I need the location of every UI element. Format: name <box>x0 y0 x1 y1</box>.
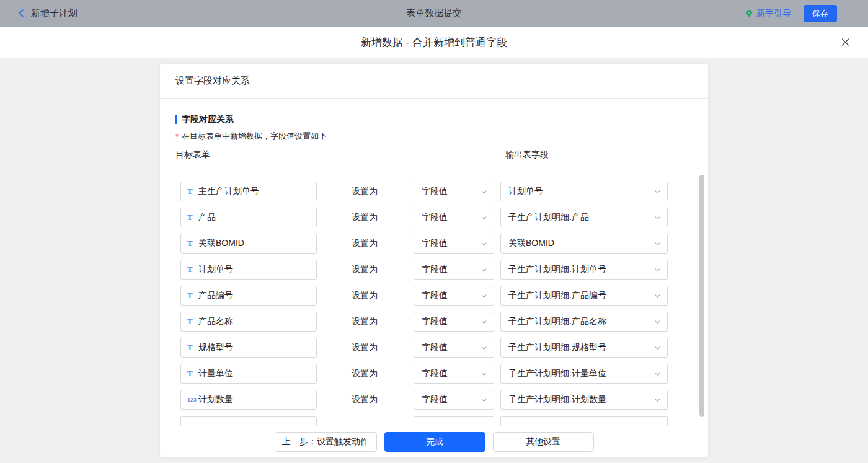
panel-body: 字段对应关系 * 在目标表单中新增数据，字段值设置如下 目标表单 输出表字段 T… <box>160 99 708 457</box>
output-field-select[interactable]: 关联BOMID <box>500 234 668 254</box>
output-field-text: 子生产计划明细.计划单号 <box>508 264 654 275</box>
chevron-down-icon <box>480 293 487 299</box>
target-field-input[interactable]: T 产品 <box>180 208 317 227</box>
target-field-name: 计划单号 <box>198 264 233 275</box>
column-headers: 目标表单 输出表字段 <box>175 149 693 165</box>
value-type-select[interactable]: 字段值 <box>414 364 494 384</box>
output-field-select[interactable]: 子生产计划明细.产品名称 <box>500 312 668 332</box>
page-title: 表单数据提交 <box>0 7 868 19</box>
target-field-input[interactable]: T 计量单位 <box>180 364 317 384</box>
output-field-select[interactable]: 子生产计划明细.计量单位 <box>500 364 668 384</box>
top-bar: 新增子计划 表单数据提交 新手引导 保存 <box>0 0 868 27</box>
topbar-actions: 新手引导 保存 <box>745 5 837 22</box>
back-button[interactable] <box>16 8 27 19</box>
chevron-down-icon <box>654 397 661 403</box>
set-as-label: 设置为 <box>352 238 378 249</box>
hint-label: 在目标表单中新增数据，字段值设置如下 <box>182 131 327 142</box>
mapping-row: T 产品 设置为 字段值 子生产计划明细.产品 <box>175 208 693 227</box>
modal-header: 新增数据 - 合并新增到普通字段 <box>0 27 868 58</box>
back-nav[interactable]: 新增子计划 <box>16 7 78 19</box>
chevron-down-icon <box>480 188 487 195</box>
set-as-label: 设置为 <box>352 212 378 223</box>
target-field-input[interactable]: T 产品名称 <box>180 312 317 332</box>
column-output-field: 输出表字段 <box>505 149 549 161</box>
value-type-text: 字段值 <box>422 212 480 223</box>
mapping-row: T 产品名称 设置为 字段值 子生产计划明细.产品名称 <box>175 312 693 332</box>
value-type-select[interactable]: 字段值 <box>414 390 494 410</box>
mapping-row: T 计量单位 设置为 字段值 子生产计划明细.计量单位 <box>175 364 693 384</box>
value-type-select[interactable]: 字段值 <box>414 286 494 306</box>
output-field-select[interactable]: 子生产计划明细.规格型号 <box>500 338 668 358</box>
chevron-down-icon <box>654 371 661 377</box>
panel-header: 设置字段对应关系 <box>160 64 708 99</box>
prev-step-button[interactable]: 上一步：设置触发动作 <box>275 432 377 452</box>
value-type-select[interactable]: 字段值 <box>414 208 494 227</box>
value-type-select[interactable]: 字段值 <box>414 260 494 280</box>
panel-header-title: 设置字段对应关系 <box>175 75 250 87</box>
chevron-down-icon <box>654 267 661 273</box>
field-type-icon: T <box>187 265 198 275</box>
target-field-name: 产品 <box>198 212 216 223</box>
target-field-input[interactable]: 123 计划数量 <box>180 390 317 410</box>
value-type-text: 字段值 <box>422 290 480 301</box>
target-field-input[interactable]: T 产品编号 <box>180 286 317 306</box>
section-marker <box>175 115 177 124</box>
chevron-down-icon <box>654 293 661 299</box>
value-type-select[interactable]: 字段值 <box>414 312 494 332</box>
field-type-icon: T <box>187 187 198 196</box>
chevron-left-icon <box>16 8 27 19</box>
set-as-label: 设置为 <box>352 264 378 275</box>
guide-link[interactable]: 新手引导 <box>745 8 791 19</box>
close-button[interactable] <box>838 35 853 50</box>
value-type-select[interactable]: 字段值 <box>414 338 494 358</box>
set-as-label: 设置为 <box>352 186 378 197</box>
done-button[interactable]: 完成 <box>384 432 485 452</box>
target-field-name: 计划数量 <box>198 394 233 405</box>
chevron-down-icon <box>654 214 661 221</box>
target-field-input[interactable]: T 关联BOMID <box>180 234 317 254</box>
mapping-row: T 关联BOMID 设置为 字段值 关联BOMID <box>175 234 693 254</box>
chevron-down-icon <box>654 188 661 195</box>
set-as-label: 设置为 <box>352 290 378 301</box>
target-field-name: 关联BOMID <box>198 238 244 249</box>
set-as-label: 设置为 <box>352 316 378 327</box>
hint-text: * 在目标表单中新增数据，字段值设置如下 <box>175 131 693 142</box>
chevron-down-icon <box>480 319 487 325</box>
chevron-down-icon <box>654 319 661 325</box>
section-title: 字段对应关系 <box>175 115 693 125</box>
mapping-row: T 产品编号 设置为 字段值 子生产计划明细.产品编号 <box>175 286 693 306</box>
screen: 新增子计划 表单数据提交 新手引导 保存 新增数据 - 合并新增到普通字段 设置… <box>0 0 868 463</box>
value-type-text: 字段值 <box>422 316 480 327</box>
target-field-name: 产品名称 <box>198 316 233 327</box>
output-field-select[interactable]: 计划单号 <box>500 182 668 201</box>
guide-label: 新手引导 <box>756 8 791 19</box>
output-field-select[interactable]: 子生产计划明细.产品编号 <box>500 286 668 306</box>
value-type-text: 字段值 <box>422 394 480 405</box>
mapping-row: T 规格型号 设置为 字段值 子生产计划明细.规格型号 <box>175 338 693 358</box>
output-field-select[interactable]: 子生产计划明细.产品 <box>500 208 668 227</box>
value-type-select[interactable]: 字段值 <box>414 234 494 254</box>
output-field-select[interactable]: 子生产计划明细.计划数量 <box>500 390 668 410</box>
section-title-text: 字段对应关系 <box>182 114 234 125</box>
scrollbar-thumb[interactable] <box>699 175 704 417</box>
value-type-select[interactable]: 字段值 <box>414 182 494 201</box>
output-field-select[interactable]: 子生产计划明细.计划单号 <box>500 260 668 280</box>
modal-title: 新增数据 - 合并新增到普通字段 <box>361 35 507 50</box>
output-field-text: 关联BOMID <box>508 238 654 249</box>
output-field-text: 子生产计划明细.规格型号 <box>508 342 654 353</box>
target-field-input[interactable]: T 主生产计划单号 <box>180 182 317 201</box>
chevron-down-icon <box>480 371 487 377</box>
output-field-text: 子生产计划明细.产品 <box>508 212 654 223</box>
target-field-input[interactable]: T 规格型号 <box>180 338 317 358</box>
save-button[interactable]: 保存 <box>804 5 837 22</box>
value-type-text: 字段值 <box>422 264 480 275</box>
target-field-input[interactable]: T 计划单号 <box>180 260 317 280</box>
mapping-row: T 计划单号 设置为 字段值 子生产计划明细.计划单号 <box>175 260 693 280</box>
column-target-form: 目标表单 <box>175 149 210 161</box>
set-as-label: 设置为 <box>352 394 378 405</box>
chevron-down-icon <box>480 214 487 221</box>
field-type-icon: T <box>187 369 198 379</box>
back-label[interactable]: 新增子计划 <box>31 7 78 19</box>
other-settings-button[interactable]: 其他设置 <box>493 432 594 452</box>
output-field-text: 子生产计划明细.计量单位 <box>508 368 654 379</box>
